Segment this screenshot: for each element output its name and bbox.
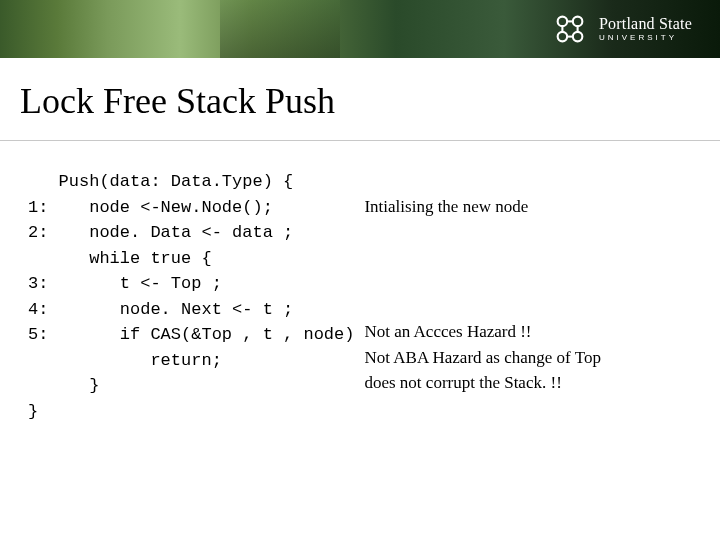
- code-line: 3: t <- Top ;: [28, 274, 222, 293]
- svg-point-1: [573, 17, 583, 27]
- code-line: 4: node. Next <- t ;: [28, 300, 293, 319]
- code-line: }: [28, 376, 99, 395]
- code-line: 2: node. Data <- data ;: [28, 223, 293, 242]
- university-sub: UNIVERSITY: [599, 34, 692, 42]
- content-area: Push(data: Data.Type) { 1: node <-New.No…: [0, 141, 720, 424]
- psu-logo-icon: [551, 10, 589, 48]
- code-line: 5: if CAS(&Top , t , node): [28, 325, 354, 344]
- annotation-line: Not ABA Hazard as change of Top does not…: [364, 345, 614, 396]
- university-logo: Portland State UNIVERSITY: [551, 10, 692, 48]
- annotation-init: Intialising the new node: [364, 194, 624, 220]
- code-line: Push(data: Data.Type) {: [28, 172, 293, 191]
- code-line: }: [28, 402, 38, 421]
- code-block: Push(data: Data.Type) { 1: node <-New.No…: [28, 169, 354, 424]
- svg-point-0: [558, 17, 568, 27]
- code-line: 1: node <-New.Node();: [28, 198, 273, 217]
- page-title: Lock Free Stack Push: [0, 58, 720, 141]
- code-line: while true {: [28, 249, 212, 268]
- svg-point-3: [573, 32, 583, 41]
- annotation-hazard: Not an Accces Hazard !! Not ABA Hazard a…: [364, 319, 624, 396]
- code-line: return;: [28, 351, 222, 370]
- header-band: Portland State UNIVERSITY: [0, 0, 720, 58]
- university-name: Portland State: [599, 16, 692, 32]
- svg-point-2: [558, 32, 568, 41]
- annotation-line: Not an Accces Hazard !!: [364, 319, 624, 345]
